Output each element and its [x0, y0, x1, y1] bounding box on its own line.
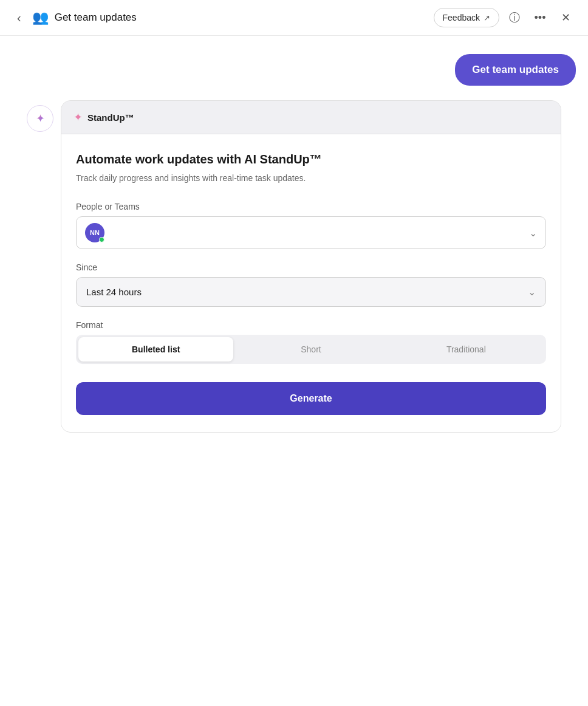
card-header: ✦ StandUp™ [61, 101, 561, 134]
card-body: Automate work updates with AI StandUp™ T… [61, 134, 561, 432]
header-title: Get team updates [55, 12, 137, 24]
close-icon: ✕ [561, 11, 570, 24]
back-icon: ‹ [17, 11, 21, 24]
card-title: Automate work updates with AI StandUp™ [76, 151, 546, 167]
since-select-dropdown[interactable]: Last 24 hours ⌄ [76, 277, 546, 307]
card-subtitle: Track daily progress and insights with r… [76, 172, 546, 185]
since-label: Since [76, 262, 546, 272]
chevron-down-icon: ⌄ [529, 227, 537, 239]
feedback-label: Feedback [443, 13, 480, 22]
info-icon: ⓘ [509, 10, 520, 25]
app-header: ‹ 👥 Get team updates Feedback ↗ ⓘ ••• ✕ [0, 0, 588, 36]
get-team-updates-button[interactable]: Get team updates [455, 54, 576, 86]
user-avatar-nn: NN [85, 223, 104, 242]
people-field-group: People or Teams NN ⌄ [76, 202, 546, 249]
online-indicator [99, 237, 104, 242]
standup-card: ✦ StandUp™ Automate work updates with AI… [61, 100, 561, 433]
people-label: People or Teams [76, 202, 546, 211]
sparkle-icon: ✦ [36, 112, 45, 125]
since-value: Last 24 hours [86, 287, 142, 297]
avatar-initials: NN [90, 229, 100, 236]
format-traditional-button[interactable]: Traditional [389, 337, 544, 362]
format-label: Format [76, 320, 546, 330]
format-field-group: Format Bulleted list Short Traditional [76, 320, 546, 364]
more-icon: ••• [535, 12, 546, 24]
header-actions: Feedback ↗ ⓘ ••• ✕ [434, 7, 576, 28]
standup-avatar: ✦ [27, 105, 53, 132]
people-select-dropdown[interactable]: NN ⌄ [76, 216, 546, 249]
format-bulleted-button[interactable]: Bulleted list [78, 337, 233, 362]
header-team-icon: 👥 [32, 10, 49, 26]
standup-header-label: StandUp™ [87, 112, 134, 123]
format-toggle-group: Bulleted list Short Traditional [76, 335, 546, 364]
chevron-down-icon: ⌄ [528, 286, 536, 298]
format-short-button[interactable]: Short [233, 337, 388, 362]
info-button[interactable]: ⓘ [504, 7, 525, 28]
external-link-icon: ↗ [484, 13, 490, 22]
standup-sparkle-icon: ✦ [74, 111, 83, 124]
header-left: ‹ 👥 Get team updates [12, 9, 426, 27]
generate-button[interactable]: Generate [76, 382, 546, 415]
back-button[interactable]: ‹ [12, 9, 26, 27]
card-wrapper: ✦ ✦ StandUp™ Automate work updates with … [27, 100, 561, 433]
since-field-group: Since Last 24 hours ⌄ [76, 262, 546, 307]
feedback-button[interactable]: Feedback ↗ [434, 8, 499, 27]
more-button[interactable]: ••• [530, 7, 550, 28]
main-content: Get team updates ✦ ✦ StandUp™ Automate w… [0, 36, 588, 451]
close-button[interactable]: ✕ [555, 7, 576, 28]
